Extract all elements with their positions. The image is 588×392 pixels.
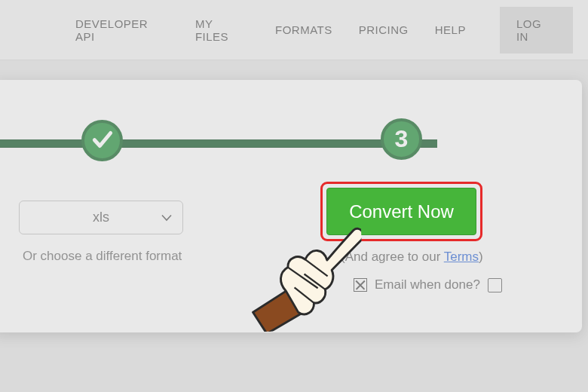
step-number-label: 3 — [395, 125, 409, 153]
format-selected-label: xls — [93, 210, 109, 225]
terms-link[interactable]: Terms — [444, 250, 479, 264]
top-nav: DEVELOPER API MY FILES FORMATS PRICING H… — [0, 0, 588, 60]
conversion-card: 3 xls Or choose a different format Conve… — [0, 80, 582, 332]
stepper-progress-line — [0, 139, 437, 148]
choose-different-format-label: Or choose a different format — [23, 249, 182, 264]
step-current-indicator: 3 — [381, 118, 422, 160]
nav-pricing[interactable]: PRICING — [359, 23, 409, 36]
email-when-done-row: Email when done? — [354, 277, 502, 292]
chevron-down-icon — [161, 211, 172, 225]
envelope-icon — [354, 278, 367, 292]
nav-my-files[interactable]: MY FILES — [195, 17, 249, 43]
convert-now-button[interactable]: Convert Now — [326, 188, 476, 235]
email-done-checkbox[interactable] — [488, 278, 502, 292]
nav-help[interactable]: HELP — [435, 23, 466, 36]
step-complete-indicator — [81, 120, 123, 161]
convert-button-highlight: Convert Now — [320, 182, 482, 241]
format-select[interactable]: xls — [19, 201, 183, 234]
convert-button-label: Convert Now — [349, 201, 454, 222]
agree-terms-text: (And agree to our Terms) — [341, 250, 483, 265]
nav-formats[interactable]: FORMATS — [275, 23, 332, 36]
checkmark-icon — [90, 127, 115, 155]
login-button[interactable]: LOG IN — [500, 7, 573, 54]
nav-developer-api[interactable]: DEVELOPER API — [75, 17, 169, 43]
email-done-label: Email when done? — [375, 277, 480, 292]
